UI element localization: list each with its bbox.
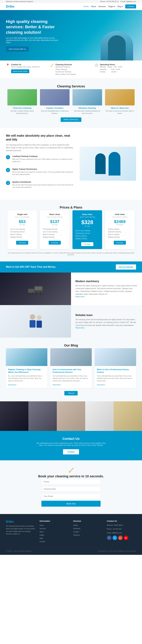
gallery [0,401,142,431]
hours-detail: Monday – Friday 7:00 - 22:00Saturday 8:0… [100,66,122,73]
svg-point-2 [31,292,34,295]
nav-contact[interactable]: Contact [125,4,136,8]
price-sub-deep: Up to 5 rooms cleaning [76,216,99,218]
cleaner-figure-bg [95,153,106,174]
prices-note: Our cleaning service is ahead of all the… [6,252,136,256]
service-desc-carpet: Trust our thoughtful team to clean your … [40,110,70,114]
footer: Dribo Our cleaning tools and all our cle… [0,514,142,555]
purchase-single-button[interactable]: Purchase [16,241,28,244]
footer-info-about: About [40,530,69,533]
hero-person-image [100,31,133,60]
price-title-single: Single visit [10,213,34,216]
footer-contact-phone: Phone: +44 234 321 [107,528,136,530]
infobar-services: 🧹 Cleaning Services Apartment CleaningHo… [50,64,92,76]
service-desc-movein: Our team to move any furniture, light or… [105,110,134,114]
blog-link-1[interactable]: Read More › [8,384,17,386]
hero-section: High quality cleaning services: Better &… [0,10,142,60]
hero-person-shape [108,35,126,60]
footer-contact-email: Email: hi@dribo.com [107,532,136,534]
services-list: Apartment CleaningHouse CleaningCommerci… [56,66,76,76]
service-title-carpet: Carpets / Furniture [40,107,70,109]
price-features-single: Up to 2 room cleaning Full cleaning of h… [10,228,34,238]
reliable-team-link[interactable]: Read more › [76,327,138,329]
modern-machinery-text: We have the latest cleaning tech, fastes… [76,284,138,296]
why-desc-1: With over 15 years experience and over 7… [12,158,74,163]
blog-title-1: Regular Cleaning or Deep Cleaning: What'… [8,368,45,374]
price-card-deep: Deep clean Up to 5 rooms cleaning $328 P… [72,210,102,249]
nav-blog[interactable]: Blog ▾ [118,5,123,8]
contact-button[interactable]: Contact [63,449,79,454]
googleplus-icon[interactable]: g+ [118,536,122,540]
service-card-carpet: Carpets / Furniture Trust our thoughtful… [40,89,70,114]
purchase-gold-button[interactable]: Purchase [114,241,126,244]
infobar-hours: 🕐 Operating Hours Monday – Friday 7:00 -… [95,64,136,73]
prices-grid: Single visit Up to 1 room cleaning $53 P… [6,210,136,249]
blog-link-3[interactable]: Read More › [97,384,106,386]
modern-machinery-link[interactable]: Read more › [76,296,138,298]
book-now-button[interactable]: Book now [42,501,100,506]
price-sub-basic: Up to 3 rooms cleaning [43,216,66,218]
booking-form-section: 🧹 Book your cleaning service in 10 secon… [0,460,142,514]
blog-img-2 [50,348,92,366]
service-desc-windows: We have been cleaning windows for over t… [72,110,102,114]
nav-about[interactable]: About [91,5,96,8]
footer-information: Information Home Services About Pages Bl… [40,520,69,544]
phone-input[interactable] [42,479,100,484]
date-input[interactable] [42,486,100,492]
blog-img-1 [6,348,47,366]
reliable-team-title: Reliable team [76,314,138,317]
hero-cta-button[interactable]: Get in touch with us [6,46,29,52]
team-svg [25,312,46,330]
price-period-single: Per Visit [10,224,34,226]
price-features-gold: Rooftop cleaning Apartment Cleaning Move… [108,228,132,238]
blog-excerpt-2: You've decided that you would like to hi… [52,375,90,382]
price-period-gold: Per Month [108,224,132,226]
topbar-welcome: Welcome to Dribo cleaning Company! [6,0,33,2]
service-desc-eco: We offer a nature-friendly, green cleani… [8,110,37,114]
email-input[interactable] [42,494,100,499]
footer-contact-address: Address: Street Name [107,524,136,526]
blog-title-3: When to Hire a Professional House Cleane… [97,368,134,374]
footer-services-title: Services [73,520,102,522]
discount-text: Want to Get 20% Off? Save Time and Money… [6,266,56,268]
view-all-blog-button[interactable]: View all [64,391,78,396]
cleaner-figure-main [108,152,120,176]
contact-title: Contact Us [11,64,40,66]
services-grid: Green Eco Cleaning We offer a nature-fri… [6,89,136,114]
footer-info-services: Services [40,527,69,530]
service-img-eco [8,89,37,106]
blog-title-2: How to Communicate with Your Professiona… [52,368,90,374]
blog-card-3: When to Hire a Professional House Cleane… [95,348,136,388]
service-card-movein: Move In / Move Out Our team to move any … [105,89,134,114]
price-sub-single: Up to 1 room cleaning [10,216,34,218]
prices-title: Prices & Plans [6,206,136,210]
svg-rect-8 [30,320,36,328]
youtube-icon[interactable]: ▶ [124,536,128,540]
why-num-2: 2 [6,168,10,172]
cleaning-services-title: Cleaning Services [6,84,136,88]
reliable-team-left-image [0,305,71,338]
footer-info-home: Home [40,524,69,526]
book-service-button[interactable]: Book service online [11,69,29,73]
get-estimate-button[interactable]: Get an estimate [116,264,136,270]
more-services-button[interactable]: MORE SERVICES [61,118,81,122]
hero-content: High quality cleaning services: Better &… [6,19,62,52]
facebook-icon[interactable]: f [107,536,112,540]
footer-info-pages: Pages [40,534,69,536]
purchase-basic-button[interactable]: Purchase [49,241,61,244]
twitter-icon[interactable]: t [112,536,117,540]
price-title-gold: Gold clean [108,213,132,216]
nav-home[interactable]: Home [84,5,89,8]
purchase-deep-button[interactable]: Purchase [81,242,93,246]
nav-services[interactable]: Services [98,5,106,8]
gallery-item-2 [28,401,57,431]
nav-pages[interactable]: Pages ▾ [108,5,115,8]
modern-machinery-title: Modern machinery [76,280,138,283]
footer-contact-title: Contact Us [107,520,136,522]
logo: Dribo [6,4,14,8]
footer-info-contact: Contact [40,540,69,542]
price-title-basic: Basic clean [43,213,66,216]
blog-link-2[interactable]: Read More › [52,384,62,386]
infobar-contact: 📍 Contact Us 49-51 Langdale Hill London,… [6,64,47,73]
machinery-svg [26,283,44,295]
